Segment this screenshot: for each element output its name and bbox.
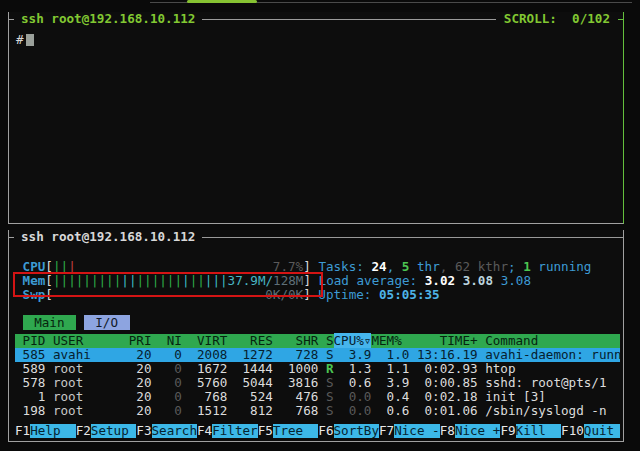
fkey-f7[interactable]: F7 bbox=[379, 424, 394, 438]
titlebar-rule bbox=[202, 19, 495, 20]
cell-ni: 0 bbox=[152, 361, 182, 376]
pane-top-titlebar: ssh root@192.168.10.112 SCROLL: 0/102 bbox=[9, 12, 623, 26]
col-ni: NI bbox=[152, 333, 182, 348]
cell-mem: 0.4 bbox=[371, 389, 409, 404]
pane-top-title: ssh root@192.168.10.112 bbox=[14, 12, 202, 26]
process-row-589[interactable]: 589 root 20 0 1672 1444 1000 R 1.3 1.1 0… bbox=[15, 362, 620, 376]
cell-time: 0:02.18 bbox=[409, 389, 477, 404]
cell-shr: 768 bbox=[273, 403, 319, 418]
cell-command: /sbin/syslogd -n bbox=[478, 403, 607, 418]
cell-state: S bbox=[318, 347, 333, 362]
fkey-label-setup[interactable]: Setup bbox=[91, 424, 137, 438]
fkey-label-help[interactable]: Help bbox=[30, 424, 76, 438]
process-table-header[interactable]: PID USER PRI NI VIRT RES SHR SCPU%▿MEM% … bbox=[15, 334, 620, 348]
cell-state: S bbox=[318, 403, 333, 418]
titlebar-rule bbox=[202, 237, 623, 238]
blank-line bbox=[15, 246, 620, 260]
col-cpu-sort[interactable]: CPU%▿ bbox=[334, 333, 372, 348]
cell-cpu: 1.3 bbox=[334, 361, 372, 376]
cell-virt: 768 bbox=[182, 389, 228, 404]
cell-res: 5044 bbox=[227, 375, 273, 390]
cell-command: htop bbox=[478, 361, 516, 376]
cell-pri: 20 bbox=[121, 403, 151, 418]
process-row-585[interactable]: 585 avahi 20 0 2008 1272 728 S 3.9 1.0 1… bbox=[15, 348, 620, 362]
fkey-f5[interactable]: F5 bbox=[258, 424, 273, 438]
cell-virt: 1512 bbox=[182, 403, 228, 418]
cell-user: root bbox=[45, 389, 121, 404]
htop-view: CPU[||| 7.7%] Tasks: 24, 5 thr, 62 kthr;… bbox=[15, 246, 620, 439]
mem-total-value: 128M bbox=[273, 273, 303, 288]
cell-pri: 20 bbox=[121, 375, 151, 390]
terminal-pane-top[interactable]: ssh root@192.168.10.112 SCROLL: 0/102 # bbox=[8, 12, 624, 224]
fkey-f3[interactable]: F3 bbox=[136, 424, 151, 438]
fkey-label-kill[interactable]: Kill bbox=[516, 424, 562, 438]
border-stub bbox=[618, 19, 623, 20]
fkey-label-tree[interactable]: Tree bbox=[273, 424, 319, 438]
cell-pri: 20 bbox=[121, 347, 151, 362]
col-mem: MEM% bbox=[371, 333, 409, 348]
mem-used-value: 37.9M/ bbox=[228, 273, 274, 288]
col-pid: PID bbox=[15, 333, 53, 348]
fkey-f8[interactable]: F8 bbox=[440, 424, 455, 438]
cell-ni: 0 bbox=[152, 347, 182, 362]
cell-res: 1444 bbox=[227, 361, 273, 376]
cell-shr: 728 bbox=[273, 347, 319, 362]
fkey-label-nice-[interactable]: Nice - bbox=[394, 424, 440, 438]
cell-virt: 1672 bbox=[182, 361, 228, 376]
fkey-label-sortby[interactable]: SortBy bbox=[334, 424, 380, 438]
mem-meter-line: Mem[|||||||||||||||||||||||37.9M/128M] L… bbox=[15, 274, 620, 288]
shell-prompt[interactable]: # bbox=[16, 33, 34, 47]
col-time: TIME+ bbox=[409, 333, 485, 348]
cell-time: 13:16.19 bbox=[409, 347, 477, 362]
swp-meter-label: Swp bbox=[23, 287, 46, 302]
cpu-meter-value: 7.7% bbox=[273, 259, 303, 274]
fkey-f6[interactable]: F6 bbox=[318, 424, 333, 438]
cell-shr: 3816 bbox=[273, 375, 319, 390]
fkey-label-nice-[interactable]: Nice + bbox=[455, 424, 501, 438]
prompt-char: # bbox=[16, 32, 24, 47]
cell-cpu: 0.6 bbox=[334, 375, 372, 390]
cell-time: 0:01.06 bbox=[409, 403, 477, 418]
fkey-f10[interactable]: F10 bbox=[561, 424, 584, 438]
process-row-198[interactable]: 198 root 20 0 1512 812 768 S 0.0 0.6 0:0… bbox=[15, 404, 620, 418]
tab-io[interactable]: I/O bbox=[84, 315, 130, 330]
cell-command: init [3] bbox=[478, 389, 546, 404]
cell-cpu: 0.0 bbox=[334, 403, 372, 418]
cell-cpu: 0.0 bbox=[334, 389, 372, 404]
fkey-f4[interactable]: F4 bbox=[197, 424, 212, 438]
col-shr: SHR bbox=[273, 333, 319, 348]
function-key-bar: F1Help F2Setup F3SearchF4FilterF5Tree F6… bbox=[15, 424, 620, 438]
fkey-label-quit[interactable]: Quit bbox=[584, 424, 620, 438]
text-cursor bbox=[26, 34, 34, 46]
pane-bottom-title: ssh root@192.168.10.112 bbox=[14, 230, 202, 244]
fkey-label-search[interactable]: Search bbox=[152, 424, 198, 438]
cell-pid: 198 bbox=[15, 403, 45, 418]
cell-pid: 585 bbox=[15, 347, 45, 362]
terminal-pane-bottom[interactable]: ssh root@192.168.10.112 CPU[||| 7.7%] Ta… bbox=[8, 230, 624, 442]
cell-state: R bbox=[318, 361, 333, 376]
fkey-f1[interactable]: F1 bbox=[15, 424, 30, 438]
cell-cpu: 3.9 bbox=[334, 347, 372, 362]
swp-meter: 0K/0K bbox=[53, 287, 303, 302]
process-row-1[interactable]: 1 root 20 0 768 524 476 S 0.0 0.4 0:02.1… bbox=[15, 390, 620, 404]
cpu-meter-line: CPU[||| 7.7%] Tasks: 24, 5 thr, 62 kthr;… bbox=[15, 260, 620, 274]
screen: { "colors": { "green_accent": "#82c832",… bbox=[0, 0, 640, 451]
mem-meter: |||||||||||||||||||||||37.9M/128M bbox=[53, 273, 304, 288]
fkey-label-filter[interactable]: Filter bbox=[212, 424, 258, 438]
cell-pri: 20 bbox=[121, 389, 151, 404]
col-pri: PRI bbox=[121, 333, 151, 348]
fkey-f9[interactable]: F9 bbox=[500, 424, 515, 438]
cell-command: avahi-daemon: running bbox=[478, 347, 620, 362]
blank-line bbox=[15, 302, 620, 316]
tab-main[interactable]: Main bbox=[23, 315, 77, 330]
cell-pid: 1 bbox=[15, 389, 45, 404]
cell-time: 0:00.85 bbox=[409, 375, 477, 390]
fkey-f2[interactable]: F2 bbox=[76, 424, 91, 438]
swap-meter-line: Swp[ 0K/0K] Uptime: 05:05:35 bbox=[15, 288, 620, 302]
swap-meter-value: 0K/0K bbox=[265, 287, 303, 302]
cell-ni: 0 bbox=[152, 403, 182, 418]
cell-state: S bbox=[318, 389, 333, 404]
cpu-meter: ||| 7.7% bbox=[53, 259, 303, 274]
cell-mem: 0.6 bbox=[371, 403, 409, 418]
process-row-578[interactable]: 578 root 20 0 5760 5044 3816 S 0.6 3.9 0… bbox=[15, 376, 620, 390]
